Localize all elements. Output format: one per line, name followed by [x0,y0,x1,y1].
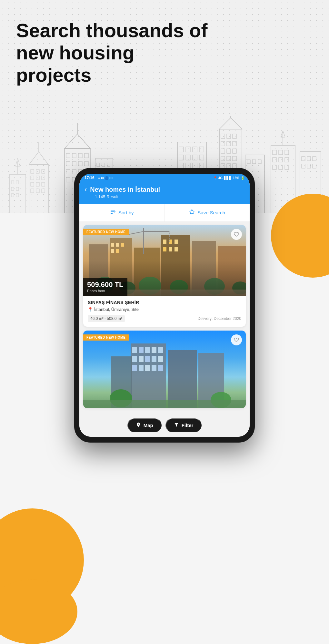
svg-rect-155 [139,347,144,353]
signal-icon: 4G [218,176,223,180]
more-icon: ••• [109,176,113,180]
svg-rect-79 [227,141,231,146]
svg-rect-110 [307,157,311,161]
svg-rect-61 [199,155,204,160]
svg-rect-83 [233,149,236,153]
svg-marker-90 [219,118,242,129]
svg-rect-98 [279,150,283,155]
svg-rect-54 [179,147,184,152]
svg-rect-31 [78,161,82,166]
filter-icon [174,422,179,428]
svg-rect-93 [247,160,250,164]
svg-rect-88 [227,164,231,168]
svg-rect-157 [152,347,156,353]
svg-rect-84 [221,156,225,161]
results-count: 1.145 Result [85,194,244,199]
svg-rect-162 [152,356,156,362]
svg-rect-57 [199,147,204,152]
svg-rect-10 [31,169,34,173]
svg-rect-102 [285,158,289,162]
svg-rect-161 [145,356,150,362]
location-icon: 📍 [213,176,217,180]
save-search-button[interactable]: Save Search [165,204,250,221]
svg-rect-2 [16,181,19,184]
price-amount: 509.600 TL [87,281,124,289]
star-icon [189,209,195,216]
svg-rect-163 [158,356,163,362]
time: 17:16 [85,176,95,180]
map-button[interactable]: Map [127,418,162,432]
svg-marker-41 [65,134,90,148]
battery-level: 15% [233,176,239,180]
svg-rect-5 [11,194,14,197]
mail-icon: ✉ [101,176,104,180]
svg-rect-45 [102,163,105,167]
svg-rect-160 [139,356,144,362]
svg-rect-58 [179,155,184,160]
battery-icon: 🔋 [241,176,244,180]
price-label: Prices from [87,289,124,293]
svg-rect-166 [145,365,150,371]
listing-name: SINPAŞ FİNANS ŞEHİR [88,300,241,305]
status-left: 17:16 ▪▪ ✉ 🔵 ••• [85,176,113,180]
svg-rect-29 [66,161,70,166]
svg-rect-151 [168,350,197,408]
svg-rect-64 [193,163,197,168]
phone-mockup: 17:16 ▪▪ ✉ 🔵 ••• 📍 4G ▋▋▋ 15% 🔋 [74,168,255,443]
map-icon [136,422,141,428]
svg-rect-32 [85,161,88,166]
svg-rect-75 [221,134,225,138]
map-label: Map [144,423,153,428]
app-header-top: ‹ New homes in İstanbul [85,185,244,194]
featured-badge: FEATURED NEW HOME [83,229,129,235]
card-info-1: SINPAŞ FİNANS ŞEHİR 📍 İstanbul, Ümraniye… [83,296,246,327]
favorite-button-2[interactable] [231,334,242,345]
listing-card[interactable]: FEATURED NEW HOME 509.600 TL Prices from [83,225,246,327]
filter-label: Filter [182,423,194,428]
svg-rect-12 [42,169,45,173]
svg-rect-165 [139,365,144,371]
listing-card-2[interactable]: FEATURED NEW HOME [83,331,246,408]
svg-rect-164 [132,365,137,371]
delivery-date: Delivery: December 2020 [198,316,241,321]
listing-location: 📍 İstanbul, Ümraniye, Site [88,307,241,312]
svg-rect-78 [221,141,225,146]
svg-rect-62 [179,163,184,168]
svg-rect-168 [158,365,163,371]
svg-rect-25 [66,153,70,158]
svg-rect-87 [221,164,225,168]
svg-rect-77 [233,134,236,138]
svg-rect-171 [83,400,246,408]
svg-rect-30 [72,161,76,166]
sort-icon [110,209,116,216]
hero-title: Search thousands of new housing projects [0,0,226,93]
svg-rect-81 [221,149,225,153]
sort-by-label: Sort by [118,210,134,215]
phone-frame: 17:16 ▪▪ ✉ 🔵 ••• 📍 4G ▋▋▋ 15% 🔋 [74,168,255,443]
svg-rect-100 [273,158,276,162]
svg-rect-109 [302,157,305,161]
back-button[interactable]: ‹ [85,185,87,194]
svg-rect-113 [307,164,311,168]
svg-marker-22 [29,152,48,165]
svg-rect-95 [258,160,261,164]
location-text: İstanbul, Ümraniye, Site [94,307,139,312]
svg-rect-27 [78,153,82,158]
svg-rect-111 [313,157,316,161]
wifi-icon: ▋▋▋ [224,176,232,180]
sort-by-button[interactable]: Sort by [79,204,165,221]
svg-rect-156 [145,347,150,353]
svg-rect-28 [85,153,88,158]
svg-rect-55 [186,147,190,152]
svg-rect-114 [313,164,316,168]
svg-rect-37 [66,178,70,182]
app-header: ‹ New homes in İstanbul 1.145 Result [79,182,250,204]
svg-rect-99 [285,150,289,155]
favorite-button-1[interactable] [231,229,242,240]
save-search-label: Save Search [197,210,225,215]
filter-button[interactable]: Filter [165,418,202,432]
svg-rect-104 [279,165,283,169]
bottom-bar: Map Filter [79,415,250,437]
svg-rect-18 [42,182,45,186]
svg-rect-60 [193,155,197,160]
